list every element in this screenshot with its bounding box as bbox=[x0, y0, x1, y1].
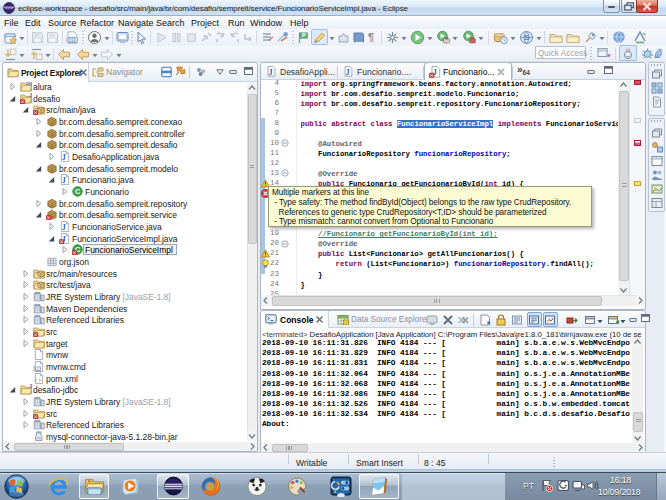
svg-text:J: J bbox=[62, 153, 66, 162]
svg-text:P: P bbox=[302, 32, 306, 38]
svg-text:J: J bbox=[346, 68, 350, 77]
svg-text:J: J bbox=[29, 93, 32, 98]
svg-text:J: J bbox=[62, 223, 66, 232]
svg-text:C: C bbox=[75, 187, 81, 196]
svg-text:S: S bbox=[524, 33, 530, 42]
svg-text:J: J bbox=[29, 384, 32, 389]
svg-text:J: J bbox=[269, 68, 273, 77]
svg-text:J: J bbox=[62, 176, 66, 185]
svg-text:010: 010 bbox=[68, 38, 77, 43]
